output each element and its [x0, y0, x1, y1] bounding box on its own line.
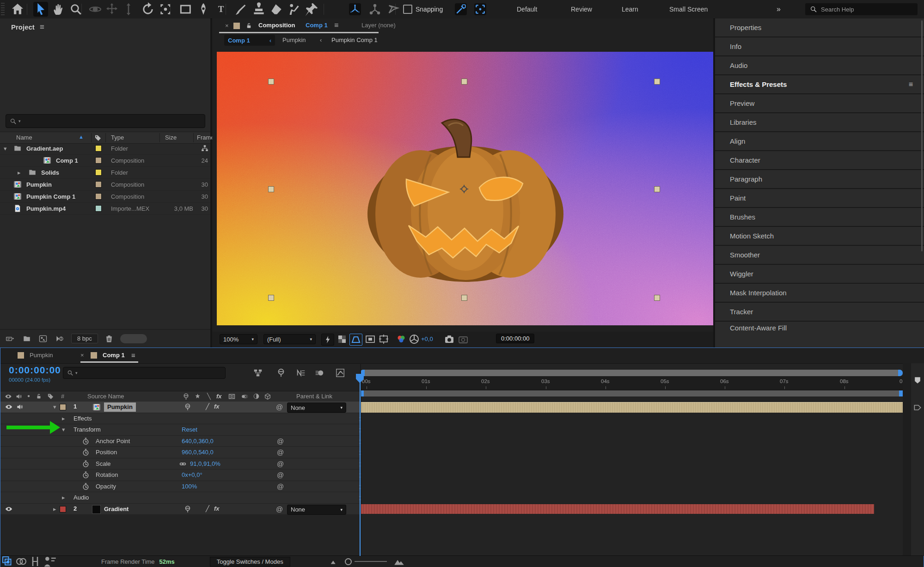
work-area-end-handle[interactable]	[899, 390, 903, 396]
quality-switch-icon[interactable]	[253, 393, 260, 400]
panel-item-brushes[interactable]: Brushes	[715, 208, 924, 227]
comp-marker-bin-icon[interactable]	[913, 375, 922, 385]
property-value[interactable]: Reset	[182, 426, 197, 433]
frame-blending-icon[interactable]	[295, 368, 306, 378]
pumpkin-layer-artwork[interactable]	[362, 115, 569, 283]
property-name[interactable]: Rotation	[96, 471, 118, 478]
property-name[interactable]: Scale	[96, 460, 111, 467]
property-row-scale[interactable]: Scale91,0,91,0%@	[0, 458, 924, 470]
layer-audio-speaker-icon[interactable]	[15, 403, 24, 411]
composition-viewport[interactable]	[217, 52, 713, 325]
stopwatch-icon[interactable]	[82, 437, 90, 445]
type-tool-icon[interactable]: T	[214, 2, 228, 17]
property-name[interactable]: Opacity	[96, 483, 116, 490]
camera-tool-tool-icon[interactable]	[158, 2, 173, 17]
property-row-audio[interactable]: ▸Audio	[0, 492, 924, 504]
home-tool-icon[interactable]	[10, 2, 25, 17]
panel-item-mask-interpolation[interactable]: Mask Interpolation	[715, 284, 924, 303]
layer-label-swatch[interactable]	[60, 404, 66, 410]
project-row[interactable]: Pumpkin.mp4Importe...MEX3,0 MB30	[0, 203, 210, 215]
composition-tab-title[interactable]: Composition	[258, 22, 295, 29]
stopwatch-icon[interactable]	[82, 448, 90, 457]
bit-depth-button[interactable]: 8 bpc	[71, 334, 98, 343]
property-row-rotation[interactable]: Rotation0x+0,0°@	[0, 469, 924, 481]
current-timecode[interactable]: 0:00:00:00	[9, 365, 61, 376]
project-panel-menu-icon[interactable]: ≡	[40, 23, 44, 32]
property-value[interactable]: 640,0,360,0	[182, 438, 214, 445]
snap-edges-toggle-icon[interactable]	[455, 3, 467, 15]
motion-blur-icon[interactable]	[314, 368, 325, 378]
layer-expand-chevron[interactable]: ▸	[53, 506, 56, 512]
toggle-switches-modes-button[interactable]: Toggle Switches / Modes	[210, 557, 290, 567]
label-column-icon[interactable]	[94, 134, 102, 141]
render-time-icon[interactable]	[42, 554, 58, 567]
current-time-indicator-line[interactable]	[360, 374, 361, 556]
project-column-headers[interactable]: Name ▲ Type Size Frame Rate	[0, 132, 210, 144]
video-column-eye-icon[interactable]	[4, 393, 12, 400]
selection-handle[interactable]	[461, 295, 467, 301]
panel-item-paragraph[interactable]: Paragraph	[715, 170, 924, 189]
parent-dropdown[interactable]: None▾	[287, 505, 346, 515]
label-color-swatch[interactable]	[95, 145, 102, 152]
snapshot-icon[interactable]	[443, 334, 455, 345]
chevron-right-icon[interactable]: ▸	[18, 169, 21, 176]
audio-column-speaker-icon[interactable]	[15, 393, 23, 400]
project-item-name[interactable]: Gradient.aep	[26, 145, 63, 152]
property-row-anchor-point[interactable]: Anchor Point640,0,360,0@	[0, 436, 924, 447]
close-icon[interactable]: ×	[80, 352, 84, 359]
property-group-name[interactable]: Transform	[73, 426, 101, 433]
selection-handle[interactable]	[268, 295, 274, 301]
chevron-down-icon[interactable]: ▾	[4, 145, 7, 152]
panel-menu-icon[interactable]: ≡	[131, 351, 135, 359]
dimensions-link-icon[interactable]	[179, 460, 187, 468]
panel-item-align[interactable]: Align	[715, 132, 924, 151]
shy-switch-icon[interactable]	[182, 393, 190, 401]
fast-preview-icon[interactable]	[321, 334, 334, 346]
new-composition-icon[interactable]	[38, 334, 48, 343]
selection-handle[interactable]	[654, 295, 660, 301]
panel-scrollbar[interactable]	[921, 20, 923, 251]
axis-local-icon[interactable]	[349, 3, 361, 15]
parent-link-column[interactable]: Parent & Link	[296, 393, 332, 400]
workspace-overflow-chevron[interactable]: »	[777, 0, 781, 18]
property-pickwhip-icon[interactable]: @	[277, 448, 284, 456]
workspace-small-screen[interactable]: Small Screen	[669, 0, 708, 18]
label-color-swatch[interactable]	[95, 157, 102, 164]
project-item-name[interactable]: Comp 1	[56, 157, 78, 164]
composition-flowchart-icon[interactable]	[252, 368, 263, 378]
solo-column-icon[interactable]: ●	[27, 393, 30, 398]
project-item-name[interactable]: Pumpkin	[26, 181, 52, 188]
workspace-review[interactable]: Review	[571, 0, 592, 18]
property-row-opacity[interactable]: Opacity100%@	[0, 481, 924, 493]
expand-layers-icon[interactable]	[0, 555, 14, 567]
search-help-input[interactable]: Search Help	[805, 3, 918, 15]
group-expand-chevron[interactable]: ▸	[62, 415, 65, 422]
property-row-effects[interactable]: ▸Effects	[0, 413, 924, 425]
shy-layers-icon[interactable]	[275, 368, 287, 378]
effects-switch-icon[interactable]: fx	[214, 505, 220, 512]
new-folder-icon[interactable]	[22, 335, 31, 343]
property-row-position[interactable]: Position960,0,540,0@	[0, 447, 924, 458]
project-item-name[interactable]: Pumpkin.mp4	[26, 205, 66, 212]
property-pickwhip-icon[interactable]: @	[277, 437, 284, 445]
label-color-swatch[interactable]	[95, 205, 102, 212]
graph-editor-icon[interactable]	[335, 368, 346, 378]
exposure-icon[interactable]	[408, 334, 420, 345]
snapping-checkbox[interactable]: Snapping	[403, 0, 443, 18]
panel-item-wiggler[interactable]: Wiggler	[715, 265, 924, 284]
effects-switch-icon[interactable]: fx	[214, 403, 220, 410]
inout-columns-icon[interactable]	[28, 555, 42, 567]
property-value[interactable]: 91,0,91,0%	[190, 460, 220, 467]
adjustment-layer-icon[interactable]	[228, 393, 236, 400]
motion-blur-switch-icon[interactable]	[240, 393, 248, 400]
label-color-swatch[interactable]	[95, 181, 102, 188]
time-navigator-bar[interactable]	[360, 370, 903, 376]
layer-visibility-eye-icon[interactable]	[4, 403, 13, 411]
zoom-in-mountain-icon[interactable]	[393, 555, 405, 567]
stopwatch-icon[interactable]	[82, 471, 90, 479]
frame-blend-switch-icon[interactable]: ╲	[207, 393, 211, 400]
mask-visibility-icon[interactable]	[349, 334, 362, 346]
project-scrollbar-thumb[interactable]	[120, 334, 147, 343]
property-pickwhip-icon[interactable]: @	[277, 471, 284, 479]
puppet-pin-tool-icon[interactable]	[304, 2, 319, 17]
